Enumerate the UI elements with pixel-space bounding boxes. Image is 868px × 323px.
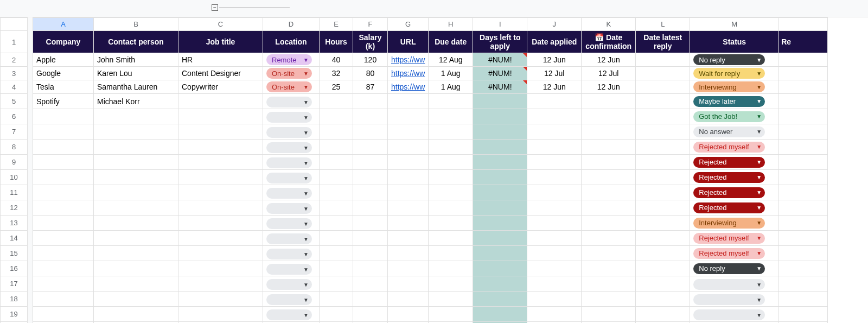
cell-jobtitle[interactable] xyxy=(178,200,263,216)
cell-hours[interactable] xyxy=(320,155,353,170)
cell-salary[interactable] xyxy=(353,170,388,185)
cell-dateconfirm[interactable] xyxy=(582,307,636,322)
cell-dateapplied[interactable] xyxy=(527,200,582,216)
location-chip[interactable]: ▼ xyxy=(266,264,312,275)
cell-duedate[interactable] xyxy=(429,261,473,276)
cell-company[interactable] xyxy=(33,292,94,307)
row-header-12[interactable]: 12 xyxy=(1,200,28,216)
cell-hours[interactable] xyxy=(320,124,353,140)
cell-company[interactable]: Google xyxy=(33,67,94,80)
cell-datelatest[interactable] xyxy=(636,307,690,322)
location-chip[interactable]: On-site▼ xyxy=(266,68,312,79)
cell-dateconfirm[interactable] xyxy=(582,124,636,140)
cell-datelatest[interactable] xyxy=(636,53,690,67)
cell-status[interactable]: Rejected▼ xyxy=(690,155,779,170)
status-chip[interactable]: Interviewing▼ xyxy=(693,81,765,92)
status-chip[interactable]: Rejected▼ xyxy=(693,157,765,168)
cell-status[interactable]: ▼ xyxy=(690,307,779,322)
cell-extra[interactable] xyxy=(779,67,828,80)
cell-dateconfirm[interactable] xyxy=(582,185,636,200)
cell-company[interactable] xyxy=(33,307,94,322)
cell-status[interactable]: Rejected▼ xyxy=(690,170,779,185)
cell-datelatest[interactable] xyxy=(636,67,690,80)
cell-dateapplied[interactable] xyxy=(527,155,582,170)
cell-dateapplied[interactable] xyxy=(527,94,582,109)
cell-url[interactable] xyxy=(388,261,429,276)
cell-location[interactable]: ▼ xyxy=(263,200,320,216)
hdr-hours[interactable]: Hours xyxy=(320,31,353,53)
cell-url[interactable] xyxy=(388,292,429,307)
cell-datelatest[interactable] xyxy=(636,292,690,307)
status-chip[interactable]: No answer▼ xyxy=(693,126,765,137)
cell-salary[interactable] xyxy=(353,292,388,307)
cell-daysleft[interactable] xyxy=(473,94,527,109)
cell-datelatest[interactable] xyxy=(636,261,690,276)
cell-daysleft[interactable] xyxy=(473,185,527,200)
cell-status[interactable]: Got the Job!▼ xyxy=(690,109,779,124)
cell-jobtitle[interactable] xyxy=(178,185,263,200)
cell-daysleft[interactable] xyxy=(473,231,527,246)
location-chip[interactable]: ▼ xyxy=(266,203,312,214)
cell-hours[interactable] xyxy=(320,185,353,200)
cell-daysleft[interactable] xyxy=(473,170,527,185)
location-chip[interactable]: Remote▼ xyxy=(266,54,312,65)
location-chip[interactable]: ▼ xyxy=(266,249,312,259)
cell-duedate[interactable]: 1 Aug xyxy=(429,80,473,94)
cell-duedate[interactable] xyxy=(429,231,473,246)
cell-url[interactable] xyxy=(388,276,429,292)
cell-company[interactable] xyxy=(33,246,94,261)
cell-dateconfirm[interactable] xyxy=(582,276,636,292)
cell-jobtitle[interactable]: Content Designer xyxy=(178,67,263,80)
cell-url[interactable] xyxy=(388,200,429,216)
hdr-status[interactable]: Status xyxy=(690,31,779,53)
col-header-I[interactable]: I xyxy=(473,18,527,31)
cell-location[interactable]: Remote▼ xyxy=(263,53,320,67)
cell-datelatest[interactable] xyxy=(636,246,690,261)
cell-duedate[interactable]: 1 Aug xyxy=(429,67,473,80)
cell-datelatest[interactable] xyxy=(636,185,690,200)
cell-daysleft[interactable]: #NUM! xyxy=(473,80,527,94)
cell-location[interactable]: ▼ xyxy=(263,124,320,140)
cell-company[interactable] xyxy=(33,276,94,292)
cell-datelatest[interactable] xyxy=(636,109,690,124)
cell-url[interactable] xyxy=(388,94,429,109)
row-header-13[interactable]: 13 xyxy=(1,216,28,231)
collapse-group-button[interactable]: − xyxy=(212,4,218,11)
cell-dateconfirm[interactable] xyxy=(582,170,636,185)
cell-jobtitle[interactable]: HR xyxy=(178,53,263,67)
location-chip[interactable]: ▼ xyxy=(266,97,312,107)
cell-duedate[interactable] xyxy=(429,140,473,155)
status-chip[interactable]: Wait for reply▼ xyxy=(693,68,765,79)
cell-salary[interactable] xyxy=(353,307,388,322)
location-chip[interactable]: ▼ xyxy=(266,173,312,183)
cell-datelatest[interactable] xyxy=(636,216,690,231)
cell-duedate[interactable] xyxy=(429,109,473,124)
location-chip[interactable]: ▼ xyxy=(266,142,312,153)
col-header-J[interactable]: J xyxy=(527,18,582,31)
cell-duedate[interactable]: 12 Aug xyxy=(429,53,473,67)
cell-salary[interactable] xyxy=(353,261,388,276)
cell-extra[interactable] xyxy=(779,124,828,140)
cell-hours[interactable] xyxy=(320,216,353,231)
cell-duedate[interactable] xyxy=(429,170,473,185)
cell-salary[interactable] xyxy=(353,246,388,261)
row-header-2[interactable]: 2 xyxy=(1,53,28,67)
cell-company[interactable] xyxy=(33,109,94,124)
cell-extra[interactable] xyxy=(779,246,828,261)
cell-duedate[interactable] xyxy=(429,200,473,216)
cell-company[interactable]: Spotify xyxy=(33,94,94,109)
cell-contact[interactable] xyxy=(94,231,178,246)
cell-location[interactable]: ▼ xyxy=(263,231,320,246)
cell-daysleft[interactable] xyxy=(473,200,527,216)
hdr-location[interactable]: Location xyxy=(263,31,320,53)
cell-company[interactable] xyxy=(33,140,94,155)
location-chip[interactable]: ▼ xyxy=(266,279,312,290)
location-chip[interactable]: ▼ xyxy=(266,218,312,229)
cell-datelatest[interactable] xyxy=(636,231,690,246)
cell-hours[interactable] xyxy=(320,140,353,155)
cell-hours[interactable] xyxy=(320,307,353,322)
cell-dateapplied[interactable] xyxy=(527,231,582,246)
col-header-K[interactable]: K xyxy=(582,18,636,31)
location-chip[interactable]: ▼ xyxy=(266,188,312,199)
cell-datelatest[interactable] xyxy=(636,94,690,109)
